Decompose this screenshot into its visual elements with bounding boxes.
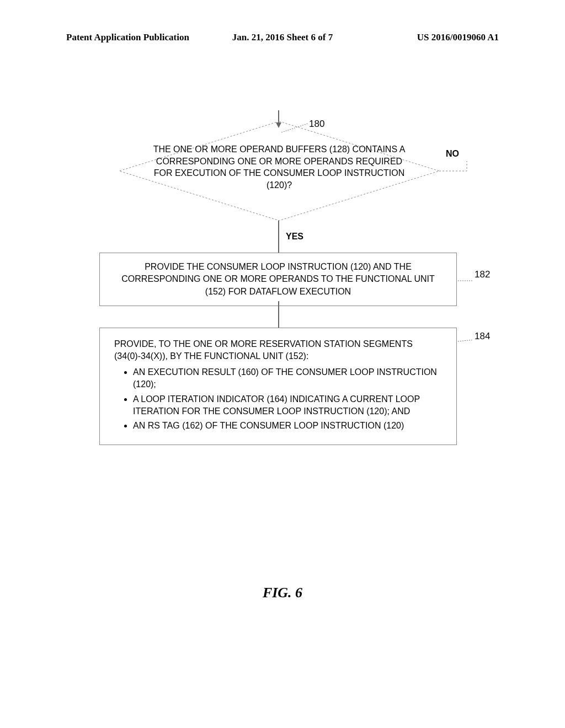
leader-184 [458, 335, 473, 336]
branch-label-no: NO [446, 149, 459, 159]
header-left: Patent Application Publication [66, 32, 189, 43]
process-184-bullet: AN RS TAG (162) OF THE CONSUMER LOOP INS… [133, 420, 442, 432]
process-184-intro: PROVIDE, TO THE ONE OR MORE RESERVATION … [114, 338, 442, 363]
arrow-into-decision [278, 110, 279, 122]
process-node-184: PROVIDE, TO THE ONE OR MORE RESERVATION … [99, 328, 457, 445]
process-184-bullet: AN EXECUTION RESULT (160) OF THE CONSUME… [133, 366, 442, 391]
process-182-text: PROVIDE THE CONSUMER LOOP INSTRUCTION (1… [121, 262, 434, 296]
header-right: US 2016/0019060 A1 [417, 32, 499, 43]
ref-number-184: 184 [475, 331, 490, 342]
leader-182 [458, 274, 473, 275]
svg-line-3 [458, 340, 473, 341]
process-184-list: AN EXECUTION RESULT (160) OF THE CONSUME… [133, 366, 442, 432]
page-header: Patent Application Publication Jan. 21, … [0, 32, 565, 43]
branch-label-yes: YES [286, 232, 303, 242]
header-center: Jan. 21, 2016 Sheet 6 of 7 [232, 32, 333, 43]
process-184-bullet: A LOOP ITERATION INDICATOR (164) INDICAT… [133, 393, 442, 418]
ref-number-180: 180 [309, 119, 324, 130]
arrow-yes [278, 221, 279, 253]
leader-180 [281, 122, 309, 133]
decision-text: THE ONE OR MORE OPERAND BUFFERS (128) CO… [152, 143, 406, 191]
ref-number-182: 182 [475, 269, 490, 280]
svg-line-1 [281, 124, 308, 132]
decision-node-180: THE ONE OR MORE OPERAND BUFFERS (128) CO… [119, 121, 439, 221]
arrow-182-to-184 [278, 301, 279, 328]
figure-label: FIG. 6 [0, 585, 565, 601]
process-node-182: PROVIDE THE CONSUMER LOOP INSTRUCTION (1… [99, 253, 457, 306]
